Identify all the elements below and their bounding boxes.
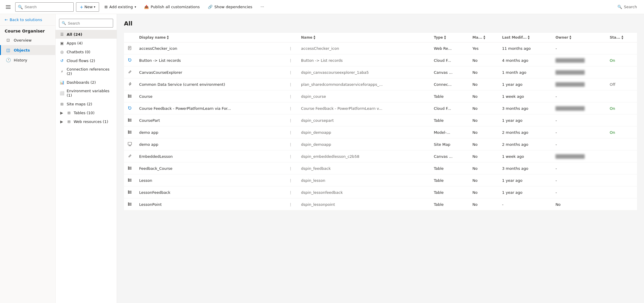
col-header-managed[interactable]: Ma... ▲▼: [469, 33, 499, 42]
row-type-icon: [127, 178, 132, 182]
row-more-actions[interactable]: ⋮: [284, 42, 298, 54]
row-status: [606, 162, 637, 174]
more-actions-button[interactable]: ⋮: [287, 69, 294, 76]
row-more-actions[interactable]: ⋮: [284, 150, 298, 162]
table-row[interactable]: demo app ⋮ dspin_demoapp Site Map No 2 m…: [124, 138, 637, 150]
object-list-item-site-maps[interactable]: ⊞ Site maps (2): [56, 100, 117, 108]
row-more-actions[interactable]: ⋮: [284, 90, 298, 102]
table-row[interactable]: Feedback_Course ⋮ dspin_feedback Table N…: [124, 162, 637, 174]
content-title: All: [124, 20, 637, 27]
more-actions-button[interactable]: ⋮: [287, 177, 294, 184]
dashboards-icon: 📊: [60, 80, 64, 85]
expand-tables-icon[interactable]: ▶: [60, 111, 64, 115]
object-list-item-dashboards[interactable]: 📊 Dashboards (2): [56, 78, 117, 87]
more-actions-button[interactable]: ⋮: [287, 117, 294, 124]
object-list-item-all[interactable]: ☰ All (24): [56, 30, 117, 39]
expand-web-resources-icon[interactable]: ▶: [60, 119, 64, 124]
object-list-item-web-resources[interactable]: ▶ ⊞ Web resources (1): [56, 117, 117, 126]
table-row[interactable]: Button -> List records ⋮ Button -> List …: [124, 54, 637, 66]
row-icon-cell: [124, 186, 136, 198]
add-existing-button[interactable]: ⊞ Add existing ▾: [101, 2, 139, 12]
more-actions-button[interactable]: ⋮: [287, 165, 294, 172]
more-actions-button[interactable]: ⋮: [287, 81, 294, 88]
row-icon-cell: [124, 54, 136, 66]
row-managed: Yes: [469, 42, 499, 54]
object-list-item-cloud-flows[interactable]: ↺ Cloud flows (2): [56, 56, 117, 65]
table-row[interactable]: LessonFeedback ⋮ dspin_lessonfeedback Ta…: [124, 186, 637, 198]
add-existing-label: Add existing: [109, 5, 133, 9]
row-icon-cell: [124, 102, 136, 114]
topbar-search-box[interactable]: 🔍: [15, 2, 74, 12]
more-button[interactable]: ···: [258, 2, 267, 12]
more-actions-button[interactable]: ⋮: [287, 57, 294, 64]
table-row[interactable]: demo app ⋮ dspin_demoapp Model-... No 2 …: [124, 126, 637, 138]
more-actions-button[interactable]: ⋮: [287, 129, 294, 136]
col-header-type[interactable]: Type ▲▼: [430, 33, 469, 42]
row-last-modified: 3 months ago: [499, 162, 552, 174]
row-icon-cell: [124, 150, 136, 162]
row-owner: -: [552, 174, 606, 186]
more-actions-button[interactable]: ⋮: [287, 189, 294, 196]
topbar: 🔍 + New ▾ ⊞ Add existing ▾ 📤 Publish all…: [0, 0, 644, 14]
col-header-owner[interactable]: Owner ▲▼: [552, 33, 606, 42]
row-more-actions[interactable]: ⋮: [284, 174, 298, 186]
sidebar-item-overview[interactable]: ⊡ Overview: [0, 35, 55, 45]
more-icon: ···: [260, 5, 264, 9]
object-list-item-chatbots[interactable]: ◎ Chatbots (0): [56, 47, 117, 56]
col-header-display-name[interactable]: Display name ▲▼: [136, 33, 284, 42]
row-managed: No: [469, 138, 499, 150]
sidebar-item-objects[interactable]: ◫ Objects: [0, 45, 55, 55]
row-more-actions[interactable]: ⋮: [284, 66, 298, 78]
table-row[interactable]: EmbeddedLesson ⋮ dspin_embeddedlesson_c2…: [124, 150, 637, 162]
more-actions-button[interactable]: ⋮: [287, 201, 294, 208]
table-row[interactable]: accessChecker_icon ⋮ accessChecker_icon …: [124, 42, 637, 54]
table-row[interactable]: CanvasCourseExplorer ⋮ dspin_canvascours…: [124, 66, 637, 78]
back-label: Back to solutions: [10, 18, 42, 22]
more-actions-button[interactable]: ⋮: [287, 93, 294, 100]
row-more-actions[interactable]: ⋮: [284, 198, 298, 210]
row-last-modified: 1 year ago: [499, 114, 552, 126]
show-dependencies-button[interactable]: 🔗 Show dependencies: [205, 2, 255, 12]
col-header-name[interactable]: Name ▲▼: [298, 33, 430, 42]
object-list-item-connection-refs[interactable]: ⚡ Connection references (2): [56, 65, 117, 78]
row-more-actions[interactable]: ⋮: [284, 54, 298, 66]
object-search-input[interactable]: [68, 21, 111, 25]
table-row[interactable]: Course ⋮ dspin_course Table No 1 week ag…: [124, 90, 637, 102]
object-list-item-apps[interactable]: ▣ Apps (4): [56, 39, 117, 47]
more-actions-button[interactable]: ⋮: [287, 45, 294, 52]
topbar-search-input[interactable]: [25, 5, 71, 9]
row-more-actions[interactable]: ⋮: [284, 138, 298, 150]
new-button[interactable]: + New ▾: [76, 2, 99, 12]
row-last-modified: 1 week ago: [499, 90, 552, 102]
table-row[interactable]: CoursePart ⋮ dspin_coursepart Table No 1…: [124, 114, 637, 126]
row-managed: No: [469, 126, 499, 138]
all-icon: ☰: [60, 32, 64, 37]
col-header-status[interactable]: Sta... ▲▼: [606, 33, 637, 42]
hamburger-menu[interactable]: [4, 2, 13, 12]
object-list-item-env-vars[interactable]: ⬜ Environment variables (1): [56, 87, 117, 100]
col-header-last-modified[interactable]: Last Modif... ▲▼: [499, 33, 552, 42]
row-display-name: demo app: [136, 138, 284, 150]
row-more-actions[interactable]: ⋮: [284, 78, 298, 90]
table-row[interactable]: Course Feedback - PowerPlatformLearn via…: [124, 102, 637, 114]
row-more-actions[interactable]: ⋮: [284, 162, 298, 174]
sidebar-item-history[interactable]: 🕐 History: [0, 55, 55, 65]
row-more-actions[interactable]: ⋮: [284, 114, 298, 126]
row-more-actions[interactable]: ⋮: [284, 102, 298, 114]
more-actions-button[interactable]: ⋮: [287, 153, 294, 160]
col-label-last-modified: Last Modif...: [502, 35, 527, 40]
topbar-right-search[interactable]: 🔍 Search: [614, 2, 640, 12]
publish-button[interactable]: 📤 Publish all customizations: [141, 2, 203, 12]
more-actions-button[interactable]: ⋮: [287, 105, 294, 112]
row-owner: -: [552, 42, 606, 54]
row-status: On: [606, 54, 637, 66]
object-list-item-tables[interactable]: ▶ ⊞ Tables (10): [56, 108, 117, 117]
row-more-actions[interactable]: ⋮: [284, 126, 298, 138]
object-search-box[interactable]: 🔍: [59, 19, 113, 28]
more-actions-button[interactable]: ⋮: [287, 141, 294, 148]
table-row[interactable]: LessonPoint ⋮ dspin_lessonpoint Table No…: [124, 198, 637, 210]
table-row[interactable]: Lesson ⋮ dspin_lesson Table No 1 year ag…: [124, 174, 637, 186]
back-to-solutions-button[interactable]: ← Back to solutions: [0, 14, 55, 26]
table-row[interactable]: Common Data Service (current environment…: [124, 78, 637, 90]
row-more-actions[interactable]: ⋮: [284, 186, 298, 198]
